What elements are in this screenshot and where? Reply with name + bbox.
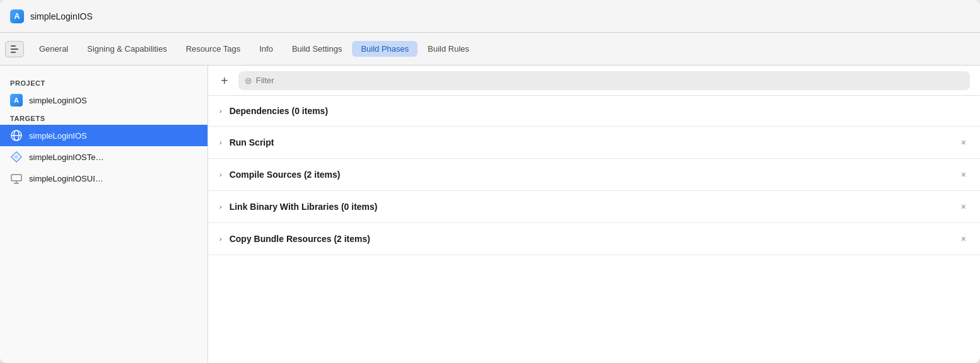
filter-input-wrap: ⊜ — [238, 71, 970, 90]
tabs-bar: GeneralSigning & CapabilitiesResource Ta… — [0, 33, 980, 66]
compile-sources-close-button[interactable]: × — [959, 169, 969, 180]
title-bar: A simpleLoginIOS — [0, 0, 980, 33]
sidebar-toggle-icon — [11, 45, 18, 53]
svg-marker-4 — [14, 154, 19, 159]
app-title: simpleLoginIOS — [30, 11, 93, 21]
tab-info[interactable]: Info — [250, 41, 282, 57]
filter-input[interactable] — [256, 76, 964, 85]
run-script-chevron-icon: › — [219, 139, 222, 146]
sidebar-toggle-button[interactable] — [5, 41, 24, 57]
link-binary-chevron-icon: › — [219, 203, 222, 210]
main-window: A simpleLoginIOS GeneralSigning & Capabi… — [0, 0, 980, 363]
target-main-label: simpleLoginIOS — [29, 131, 87, 141]
copy-bundle-close-button[interactable]: × — [959, 233, 969, 245]
run-script-label: Run Script — [230, 137, 951, 147]
run-script-close-button[interactable]: × — [959, 137, 969, 148]
phase-row-compile-sources[interactable]: ›Compile Sources (2 items)× — [208, 159, 980, 191]
tab-build-settings[interactable]: Build Settings — [283, 41, 351, 57]
add-phase-button[interactable]: + — [218, 73, 231, 88]
sidebar-item-target-ui[interactable]: simpleLoginIOSUI… — [0, 168, 207, 189]
sidebar-item-target-main[interactable]: simpleLoginIOS — [0, 125, 207, 146]
dependencies-label: Dependencies (0 items) — [230, 106, 969, 116]
svg-rect-5 — [11, 175, 21, 181]
sidebar-item-target-tests[interactable]: simpleLoginIOSTe… — [0, 146, 207, 168]
phase-row-copy-bundle[interactable]: ›Copy Bundle Resources (2 items)× — [208, 223, 980, 255]
targets-section-label: TARGETS — [0, 111, 207, 125]
copy-bundle-label: Copy Bundle Resources (2 items) — [230, 234, 951, 244]
tab-build-phases[interactable]: Build Phases — [352, 41, 417, 57]
phase-row-link-binary[interactable]: ›Link Binary With Libraries (0 items)× — [208, 191, 980, 223]
target-ui-label: simpleLoginIOSUI… — [29, 174, 103, 183]
app-icon: A — [10, 9, 24, 23]
link-binary-close-button[interactable]: × — [959, 201, 969, 212]
project-icon: A — [10, 94, 23, 107]
tab-resource-tags[interactable]: Resource Tags — [177, 41, 249, 57]
target-tests-label: simpleLoginIOSTe… — [29, 153, 104, 162]
compile-sources-label: Compile Sources (2 items) — [230, 170, 951, 180]
link-binary-label: Link Binary With Libraries (0 items) — [230, 202, 951, 212]
tab-build-rules[interactable]: Build Rules — [419, 41, 478, 57]
tab-signing[interactable]: Signing & Capabilities — [78, 41, 175, 57]
copy-bundle-chevron-icon: › — [219, 235, 222, 243]
filter-icon: ⊜ — [245, 76, 252, 86]
project-item-label: simpleLoginIOS — [29, 96, 87, 105]
content-panel: + ⊜ ›Dependencies (0 items)›Run Script×›… — [208, 66, 980, 363]
tab-general[interactable]: General — [30, 41, 77, 57]
main-content: PROJECT A simpleLoginIOS TARGETS simpleL… — [0, 66, 980, 363]
compile-sources-chevron-icon: › — [219, 171, 222, 178]
phase-row-dependencies[interactable]: ›Dependencies (0 items) — [208, 96, 980, 127]
target-main-icon — [10, 129, 23, 142]
sidebar: PROJECT A simpleLoginIOS TARGETS simpleL… — [0, 66, 208, 363]
target-tests-icon — [10, 151, 23, 163]
target-ui-icon — [10, 172, 23, 185]
phase-row-run-script[interactable]: ›Run Script× — [208, 127, 980, 159]
project-section-label: PROJECT — [0, 76, 207, 89]
sidebar-project-item[interactable]: A simpleLoginIOS — [0, 89, 207, 111]
dependencies-chevron-icon: › — [219, 107, 222, 115]
content-toolbar: + ⊜ — [208, 66, 980, 96]
